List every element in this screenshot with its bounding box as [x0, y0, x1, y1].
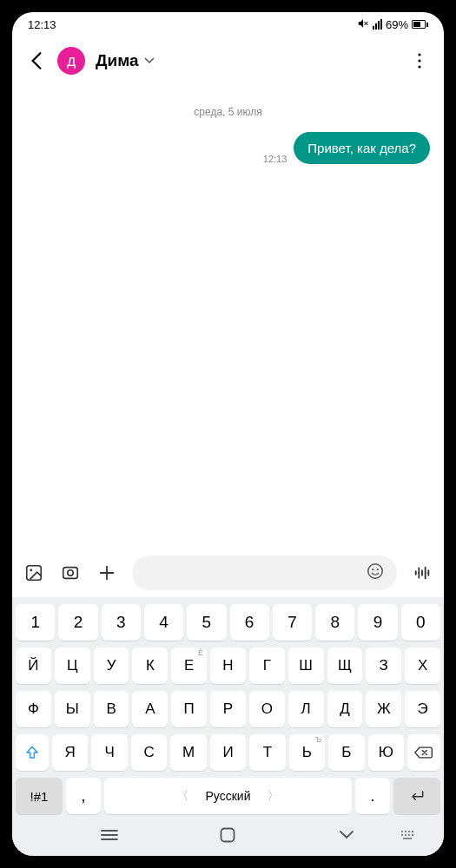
chevron-down-icon: [144, 55, 155, 67]
key-Щ[interactable]: Щ: [327, 648, 363, 684]
recents-button[interactable]: [92, 825, 127, 845]
svg-rect-10: [221, 829, 235, 842]
key-3[interactable]: 3: [102, 604, 141, 641]
comma-key[interactable]: ,: [66, 778, 101, 814]
text-input[interactable]: [132, 556, 397, 590]
back-button[interactable]: [26, 50, 47, 71]
key-hint: Ё: [198, 648, 203, 657]
camera-button[interactable]: [59, 562, 82, 584]
keyboard-hide-button[interactable]: [329, 825, 364, 845]
svg-point-6: [68, 570, 73, 575]
language-key[interactable]: 〈 Русский 〉: [104, 778, 352, 814]
key-П[interactable]: П: [171, 691, 207, 727]
key-Т[interactable]: Т: [249, 734, 285, 771]
key-Ч[interactable]: Ч: [91, 734, 127, 771]
key-2[interactable]: 2: [58, 604, 97, 641]
svg-point-0: [418, 53, 420, 56]
key-Ы[interactable]: Ы: [55, 691, 90, 727]
signal-icon: [373, 19, 382, 30]
key-5[interactable]: 5: [187, 604, 226, 641]
svg-rect-14: [412, 831, 413, 832]
voice-input-button[interactable]: [411, 562, 433, 584]
key-7[interactable]: 7: [273, 604, 312, 641]
svg-rect-11: [401, 831, 403, 832]
more-options-button[interactable]: [409, 50, 430, 71]
key-Ф[interactable]: Ф: [16, 691, 51, 727]
key-Й[interactable]: Й: [16, 648, 51, 684]
key-Э[interactable]: Э: [405, 691, 440, 727]
date-label: среда, 5 июля: [26, 106, 430, 118]
key-Л[interactable]: Л: [288, 691, 324, 727]
lang-next-icon: 〉: [268, 788, 279, 804]
key-Д[interactable]: Д: [327, 691, 363, 727]
key-Ц[interactable]: Ц: [55, 648, 90, 684]
keyboard-row-bottom: !#1 , 〈 Русский 〉 .: [16, 778, 440, 814]
symbols-key[interactable]: !#1: [16, 778, 63, 814]
backspace-key[interactable]: [407, 734, 440, 771]
key-Р[interactable]: Р: [210, 691, 246, 727]
chat-area[interactable]: среда, 5 июля 12:13 Привет, как дела?: [12, 85, 444, 549]
key-Ж[interactable]: Ж: [366, 691, 401, 727]
key-Н[interactable]: Н: [210, 648, 246, 684]
status-icons: 69%: [357, 17, 428, 32]
message-bubble[interactable]: Привет, как дела?: [294, 132, 430, 164]
key-З[interactable]: З: [366, 648, 401, 684]
keyboard: 1234567890 ЙЦУКЕЁНГШЩЗХ ФЫВАПРОЛДЖЭ ЯЧСМ…: [12, 597, 444, 856]
input-bar: [12, 549, 444, 597]
lang-prev-icon: 〈: [177, 788, 188, 804]
battery-icon: [412, 20, 428, 29]
key-Б[interactable]: Б: [328, 734, 364, 771]
key-О[interactable]: О: [249, 691, 285, 727]
key-4[interactable]: 4: [144, 604, 183, 641]
key-9[interactable]: 9: [358, 604, 397, 641]
svg-rect-3: [27, 566, 42, 581]
key-У[interactable]: У: [94, 648, 129, 684]
message-row-outgoing: 12:13 Привет, как дела?: [26, 132, 430, 164]
svg-rect-17: [408, 834, 410, 836]
key-8[interactable]: 8: [315, 604, 354, 641]
status-time: 12:13: [28, 18, 56, 31]
key-М[interactable]: М: [170, 734, 206, 771]
svg-rect-13: [408, 831, 410, 832]
screen: 12:13 69% Д Дима: [12, 12, 444, 856]
home-button[interactable]: [210, 825, 245, 845]
svg-rect-18: [412, 834, 413, 836]
key-К[interactable]: К: [132, 648, 168, 684]
shift-key[interactable]: [16, 734, 49, 771]
keyboard-settings-button[interactable]: [390, 825, 425, 845]
chat-header: Д Дима: [12, 36, 444, 85]
keyboard-row-3: ЯЧСМИТЬЪБЮ: [16, 734, 440, 771]
phone-frame: 12:13 69% Д Дима: [0, 0, 456, 868]
gallery-button[interactable]: [23, 562, 45, 584]
enter-key[interactable]: [393, 778, 440, 814]
key-Ь[interactable]: ЬЪ: [289, 734, 325, 771]
keyboard-row-numbers: 1234567890: [16, 604, 440, 641]
key-И[interactable]: И: [210, 734, 246, 771]
key-1[interactable]: 1: [16, 604, 55, 641]
contact-name-dropdown[interactable]: Дима: [96, 51, 399, 70]
key-Х[interactable]: Х: [405, 648, 440, 684]
svg-point-8: [372, 569, 373, 570]
add-button[interactable]: [96, 562, 118, 584]
avatar[interactable]: Д: [57, 47, 85, 75]
key-Ю[interactable]: Ю: [368, 734, 404, 771]
key-В[interactable]: В: [94, 691, 129, 727]
key-Я[interactable]: Я: [52, 734, 88, 771]
mute-icon: [357, 17, 369, 32]
svg-rect-16: [405, 834, 406, 836]
key-А[interactable]: А: [132, 691, 168, 727]
key-Г[interactable]: Г: [249, 648, 285, 684]
svg-rect-12: [405, 831, 406, 832]
status-bar: 12:13 69%: [12, 12, 444, 36]
language-label: Русский: [206, 789, 251, 803]
period-key[interactable]: .: [355, 778, 390, 814]
key-6[interactable]: 6: [230, 604, 269, 641]
key-0[interactable]: 0: [401, 604, 440, 641]
battery-pct: 69%: [386, 18, 408, 31]
key-Ш[interactable]: Ш: [288, 648, 324, 684]
keyboard-row-1: ЙЦУКЕЁНГШЩЗХ: [16, 648, 440, 684]
key-Е[interactable]: ЕЁ: [171, 648, 207, 684]
key-С[interactable]: С: [131, 734, 167, 771]
emoji-button[interactable]: [366, 562, 385, 584]
contact-name: Дима: [96, 51, 139, 70]
